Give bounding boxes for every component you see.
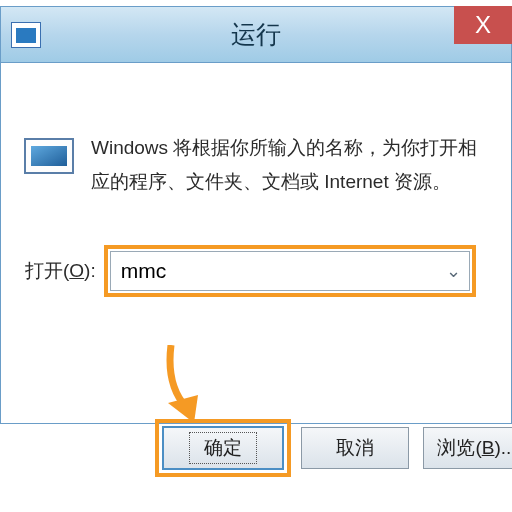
input-highlight-annotation: ⌄ (104, 245, 476, 297)
run-dialog: 运行 X Windows 将根据你所输入的名称，为你打开相应的程序、 (0, 6, 512, 424)
message-row: Windows 将根据你所输入的名称，为你打开相应的程序、文件夹、文档或 Int… (21, 131, 491, 199)
open-row: 打开(O): ⌄ (21, 245, 491, 297)
title-text: 运行 (1, 18, 511, 51)
browse-button[interactable]: 浏览(B)... (423, 427, 512, 469)
close-button[interactable]: X (454, 6, 512, 44)
open-input[interactable] (111, 255, 439, 287)
ok-highlight-annotation: 确定 (155, 419, 291, 477)
open-label: 打开(O): (21, 250, 98, 292)
client-area: Windows 将根据你所输入的名称，为你打开相应的程序、文件夹、文档或 Int… (1, 63, 511, 423)
open-combobox[interactable]: ⌄ (110, 251, 470, 291)
button-row: 取消 浏览(B)... (301, 427, 512, 469)
run-icon (21, 133, 77, 179)
ok-button[interactable]: 确定 (163, 427, 283, 469)
chevron-down-icon[interactable]: ⌄ (439, 260, 469, 282)
svg-rect-2 (31, 146, 67, 166)
titlebar[interactable]: 运行 X (1, 7, 511, 63)
cancel-button[interactable]: 取消 (301, 427, 409, 469)
message-text: Windows 将根据你所输入的名称，为你打开相应的程序、文件夹、文档或 Int… (91, 131, 485, 199)
